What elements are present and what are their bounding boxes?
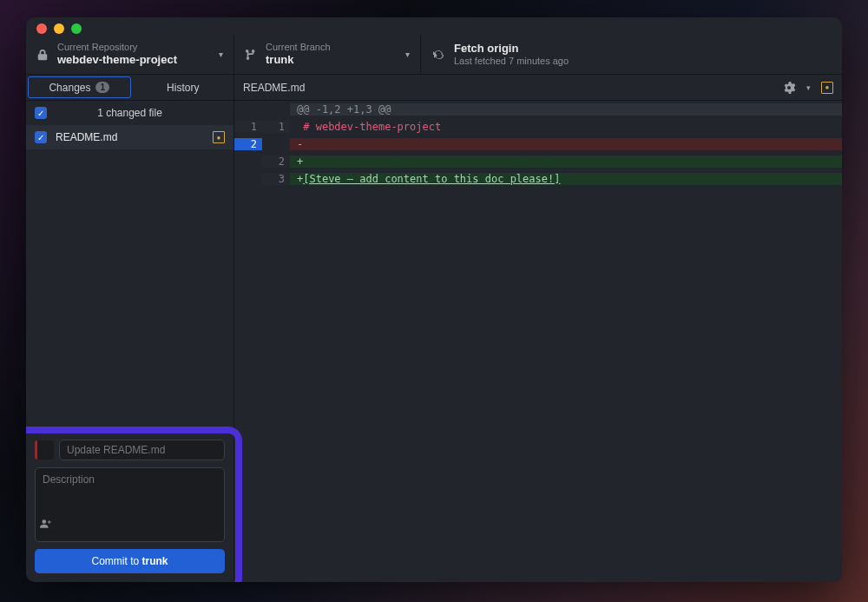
diff-body[interactable]: @@ -1,2 +1,3 @@ 1 1 # webdev-theme-proje… (234, 101, 842, 582)
changes-count-badge: 1 (95, 82, 109, 93)
chevron-down-icon: ▾ (405, 50, 410, 59)
diff-pane: README.md ▾ ● @@ -1,2 +1,3 @@ 1 1 (234, 75, 842, 582)
lock-icon (36, 49, 49, 61)
commit-summary-input[interactable] (59, 440, 225, 460)
author-avatar[interactable] (35, 440, 54, 460)
diff-settings-button[interactable] (782, 81, 796, 95)
diff-line: + (290, 155, 842, 168)
diff-line: # webdev-theme-project (290, 121, 842, 133)
add-coauthor-icon[interactable] (40, 518, 54, 530)
file-checkbox[interactable]: ✓ (35, 131, 47, 143)
toolbar: Current Repository webdev-theme-project … (26, 31, 842, 75)
fetch-label: Fetch origin (454, 42, 832, 56)
sync-icon (431, 48, 445, 62)
commit-button-prefix: Commit to (91, 555, 141, 567)
fetch-sub: Last fetched 7 minutes ago (454, 56, 832, 67)
fetch-origin-button[interactable]: Fetch origin Last fetched 7 minutes ago (421, 35, 842, 74)
tab-changes[interactable]: Changes 1 (28, 76, 131, 98)
repo-label: Current Repository (57, 42, 210, 53)
file-row[interactable]: ✓ README.md ● (26, 125, 233, 149)
diff-hunk-header: @@ -1,2 +1,3 @@ (290, 103, 842, 116)
current-branch-dropdown[interactable]: Current Branch trunk ▾ (234, 35, 421, 74)
tab-history[interactable]: History (133, 75, 234, 100)
diff-line: - (290, 138, 842, 150)
file-name: README.md (56, 131, 117, 143)
chevron-down-icon: ▾ (806, 83, 811, 92)
commit-description-input[interactable] (35, 467, 225, 542)
titlebar (26, 17, 842, 31)
sidebar-tabs: Changes 1 History (26, 75, 233, 101)
changed-files-header: ✓ 1 changed file (26, 101, 233, 125)
chevron-down-icon: ▾ (219, 50, 223, 59)
diff-header: README.md ▾ ● (234, 75, 842, 101)
sidebar: Changes 1 History ✓ 1 changed file ✓ REA… (26, 75, 234, 582)
app-window: Current Repository webdev-theme-project … (26, 17, 842, 582)
diff-filename: README.md (243, 82, 305, 94)
branch-label: Current Branch (266, 42, 397, 53)
modified-icon: ● (821, 82, 833, 94)
commit-button[interactable]: Commit to trunk (35, 549, 225, 573)
tab-history-label: History (167, 82, 199, 94)
current-repository-dropdown[interactable]: Current Repository webdev-theme-project … (26, 35, 234, 74)
changed-files-summary: 1 changed file (97, 107, 162, 119)
modified-icon: ● (213, 131, 225, 143)
diff-line: +[Steve – add content to this doc please… (290, 173, 842, 185)
branch-value: trunk (266, 53, 397, 67)
repo-value: webdev-theme-project (57, 53, 210, 67)
commit-button-branch: trunk (142, 555, 168, 567)
select-all-checkbox[interactable]: ✓ (35, 107, 47, 119)
git-branch-icon (245, 49, 257, 61)
tab-changes-label: Changes (49, 82, 90, 94)
commit-form: Commit to trunk (26, 431, 233, 582)
